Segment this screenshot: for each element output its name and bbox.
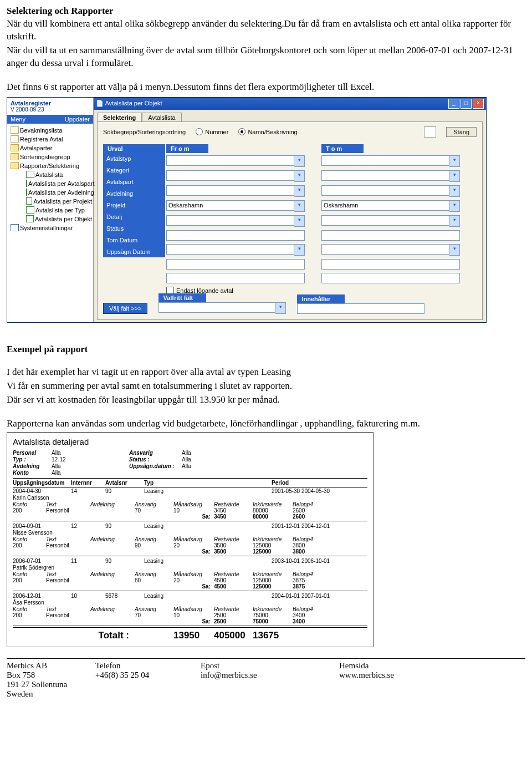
dropdown-icon[interactable]: ▾ (449, 200, 460, 212)
dropdown-icon[interactable]: ▾ (275, 302, 286, 314)
cell: 200 (13, 612, 46, 618)
para-7: Rapporterna kan användas som underlag vi… (7, 418, 525, 430)
dropdown-icon[interactable]: ▾ (449, 170, 460, 182)
sidebar: Avtalsregister V 2008-09-23 Meny Uppdate… (7, 98, 94, 322)
tree-avtalslista[interactable]: Avtalslista (11, 170, 92, 179)
hdr-personal-l: Personal (13, 450, 52, 456)
from-projekt[interactable] (166, 215, 294, 226)
cell: 200 (13, 577, 46, 583)
dropdown-icon[interactable]: ▾ (449, 244, 460, 256)
cell: 4500 (214, 577, 253, 583)
tab-selektering[interactable]: Selektering (97, 113, 142, 122)
cell: 10 (173, 612, 214, 618)
footer-phone-v: +46(8) 35 25 04 (95, 671, 201, 680)
tom-uppsagndatum[interactable] (321, 273, 460, 283)
tree-avtalslista-typ[interactable]: Avtalslista per Typ (11, 206, 92, 215)
dropdown-icon[interactable]: ▾ (294, 185, 305, 197)
tom-avtalstyp[interactable] (321, 155, 449, 166)
valj-falt-button[interactable]: Välj fält >>> (103, 303, 147, 314)
subhead: Restvärde (214, 571, 253, 577)
tree-systeminstallningar[interactable]: Systeminställningar (11, 224, 92, 232)
subhead: Text (46, 501, 90, 507)
dropdown-icon[interactable]: ▾ (294, 200, 305, 212)
dropdown-icon[interactable]: ▾ (294, 170, 305, 182)
dropdown-icon[interactable]: ▾ (449, 215, 460, 227)
report-group: 2004-09-011290Leasing2001-12-01 2004-12-… (13, 522, 367, 556)
para-4: I det här exemplet har vi tagit ut en ra… (7, 366, 525, 379)
tom-avtalspart[interactable] (321, 185, 449, 196)
dropdown-icon[interactable]: ▾ (449, 155, 460, 167)
tree-rapporter[interactable]: Rapporter/Selektering (11, 161, 92, 170)
subhead: Text (46, 536, 90, 542)
from-status[interactable] (166, 244, 294, 255)
from-kategori[interactable] (166, 170, 294, 181)
tom-status[interactable] (321, 244, 449, 255)
hdr-typ-l: Typ : (13, 456, 52, 463)
tree-avtalslista-objekt[interactable]: Avtalslista per Objekt (11, 215, 92, 224)
dropdown-icon[interactable]: ▾ (449, 185, 460, 197)
close-panel-button[interactable]: Stäng (446, 127, 477, 137)
lbl-avdelning: Avdelning (106, 190, 162, 197)
sum-cell: 3800 (293, 548, 323, 555)
tom-kategori[interactable] (321, 170, 449, 181)
menu-label[interactable]: Meny (11, 116, 25, 123)
group-name: Patrik Södergren (13, 565, 367, 571)
dropdown-icon[interactable]: ▾ (294, 244, 305, 256)
tree-sorteringsbegrepp[interactable]: Sorteringsbegrepp (11, 153, 92, 161)
subhead: Belopp4 (293, 606, 323, 612)
innehaller-input[interactable] (297, 303, 424, 314)
tom-avdelning[interactable]: Oskarshamn (321, 200, 449, 211)
maximize-button[interactable]: □ (461, 99, 472, 109)
report-icon (26, 206, 34, 214)
tom-detalj[interactable] (321, 230, 460, 241)
cell: 2500 (214, 612, 253, 618)
sum-label: Sa: (173, 514, 214, 520)
cell: Personbil (46, 612, 90, 618)
sum-label: Sa: (173, 548, 214, 555)
update-label[interactable]: Uppdater (65, 116, 90, 123)
subhead: Avdelning (90, 536, 135, 542)
close-button[interactable]: × (473, 99, 484, 109)
tab-avtalslista[interactable]: Avtalslista (142, 113, 181, 122)
report-icon (26, 189, 27, 196)
sum-cell: 125000 (253, 583, 293, 590)
group-name: Nisse Svensson (13, 530, 367, 536)
tree-avtalslista-projekt[interactable]: Avtalslista per Projekt (11, 197, 92, 206)
tree-registrera-avtal[interactable]: Registrera Avtal (11, 135, 92, 144)
cell (90, 542, 135, 548)
tom-projekt[interactable] (321, 215, 449, 226)
tree-avtalslista-avtalspart[interactable]: Avtalslista per Avtalspart (11, 179, 92, 188)
report-title: Avtalslista detaljerad (13, 437, 367, 446)
lbl-avtalspart: Avtalspart (106, 179, 162, 185)
sum-cell: 3500 (214, 548, 253, 555)
cell: Leasing (144, 558, 200, 564)
radio-namn[interactable]: Namn/Beskrivning (238, 128, 297, 135)
lbl-valfritt-falt: Valfritt fält (158, 293, 206, 302)
tree-avtalsparter[interactable]: Avtalsparter (11, 144, 92, 153)
cell: 70 (135, 612, 173, 618)
minimize-button[interactable]: _ (448, 99, 459, 109)
valfritt-falt-input[interactable] (158, 302, 275, 313)
subhead: Månadsavg (173, 606, 214, 612)
dropdown-icon[interactable]: ▾ (294, 215, 305, 227)
from-uppsagndatum[interactable] (166, 273, 305, 283)
print-icon[interactable] (424, 126, 436, 138)
from-avtalstyp[interactable] (166, 155, 294, 166)
cell (90, 577, 135, 583)
from-tomdatum[interactable] (166, 259, 305, 270)
footer-country: Sweden (7, 689, 95, 699)
tom-tomdatum[interactable] (321, 259, 460, 270)
radio-nummer[interactable]: Nummer (196, 128, 228, 135)
cell: 20 (173, 577, 214, 583)
from-avdelning[interactable]: Oskarshamn (166, 200, 294, 211)
subhead: Avdelning (90, 571, 135, 577)
tree-avtalslista-avdelning[interactable]: Avtalslista per Avdelning (11, 188, 92, 197)
from-avtalspart[interactable] (166, 185, 294, 196)
from-detalj[interactable] (166, 230, 305, 241)
tree-bevakningslista[interactable]: Bevakningslista (11, 126, 92, 135)
footer-postal: 191 27 Sollentuna (7, 680, 95, 689)
cell: 3450 (214, 507, 253, 514)
dropdown-icon[interactable]: ▾ (294, 155, 305, 167)
cell: 125000 (253, 577, 293, 583)
cell: 10 (71, 593, 105, 599)
